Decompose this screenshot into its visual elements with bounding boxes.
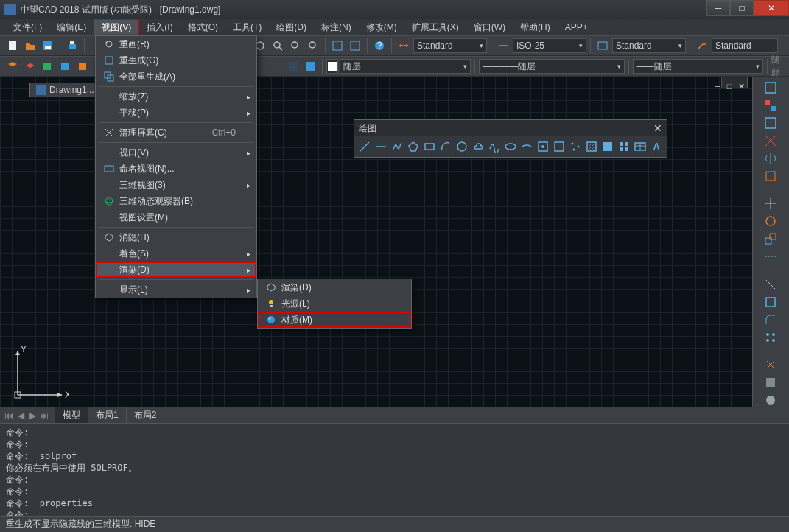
menu-工具[interactable]: 工具(T)	[225, 19, 269, 35]
color-dropdown[interactable]: 随层▾	[340, 59, 471, 74]
region-icon[interactable]	[617, 139, 631, 154]
view-menu-item[interactable]: 渲染(D)	[96, 262, 256, 278]
rtool-move-icon[interactable]	[764, 197, 779, 210]
draw-toolbar[interactable]: 绘图 ✕ A	[354, 119, 667, 158]
color-swatch[interactable]	[326, 59, 338, 74]
layout-tab[interactable]: 模型	[55, 407, 88, 424]
draw-toolbar-close[interactable]: ✕	[653, 122, 662, 134]
rtool-stretch-icon[interactable]	[764, 250, 779, 263]
tablestyle-icon[interactable]	[595, 38, 611, 54]
rtool-extend-icon[interactable]	[764, 295, 779, 309]
draw-toolbar-header[interactable]: 绘图 ✕	[354, 120, 667, 136]
ellipsearc-icon[interactable]	[519, 139, 534, 154]
view-menu-item[interactable]: 消隐(H)	[96, 229, 256, 245]
help-icon[interactable]: ?	[371, 38, 388, 54]
tablestyle-dropdown[interactable]: Standard▾	[612, 38, 686, 53]
prop-icon[interactable]	[285, 58, 301, 74]
rtool-explode-icon[interactable]	[764, 358, 779, 371]
view-menu-item[interactable]: 视口(V)	[96, 144, 256, 161]
rtool-fillet-icon[interactable]	[764, 313, 779, 326]
view-menu-item[interactable]: 视图设置(M)	[96, 209, 256, 225]
menu-标注[interactable]: 标注(N)	[314, 19, 359, 35]
pline-icon[interactable]	[390, 139, 404, 154]
rtool-1-icon[interactable]	[764, 81, 779, 94]
minimize-button[interactable]: ─	[706, 0, 730, 16]
zoom3-icon[interactable]	[305, 38, 321, 54]
layer2-icon[interactable]	[22, 58, 38, 74]
view-menu-item[interactable]: 三维动态观察器(B)	[96, 193, 256, 209]
render-submenu-item[interactable]: 渲染(D)	[258, 279, 411, 295]
rtool-last-icon[interactable]	[764, 393, 779, 407]
spline-icon[interactable]	[487, 139, 502, 154]
table-icon[interactable]	[633, 139, 648, 154]
close-button[interactable]: ✕	[754, 0, 789, 16]
canvas-close-icon[interactable]: ✕	[736, 81, 746, 91]
tab-nav-prev-icon[interactable]: ◀	[15, 410, 27, 421]
mleaderstyle-dropdown[interactable]: Standard	[712, 38, 778, 53]
menu-格式[interactable]: 格式(O)	[180, 19, 225, 35]
rtool-group-icon[interactable]	[764, 376, 779, 389]
zoom-icon[interactable]	[270, 38, 286, 54]
view-menu-item[interactable]: 显示(L)	[96, 281, 256, 298]
render-submenu-item[interactable]: 材质(M)	[258, 312, 411, 328]
menu-编辑[interactable]: 编辑(E)	[49, 19, 94, 35]
menu-扩展工具[interactable]: 扩展工具(X)	[404, 19, 466, 35]
ellipse-icon[interactable]	[503, 139, 518, 154]
open-icon[interactable]	[22, 38, 38, 54]
revcloud-icon[interactable]	[471, 139, 485, 154]
rtool-6-icon[interactable]	[764, 169, 779, 183]
canvas-max-icon[interactable]: □	[724, 81, 734, 91]
menu-文件[interactable]: 文件(F)	[6, 19, 49, 35]
render-submenu-item[interactable]: 光源(L)	[258, 295, 411, 312]
view-menu-item[interactable]: 重画(R)	[96, 36, 256, 52]
linetype-dropdown[interactable]: ———— 随层▾	[479, 59, 624, 74]
dim-icon[interactable]	[495, 38, 511, 54]
menu-修改[interactable]: 修改(M)	[359, 19, 404, 35]
menu-插入[interactable]: 插入(I)	[139, 19, 180, 35]
layer5-icon[interactable]	[74, 58, 91, 74]
menu-窗口[interactable]: 窗口(W)	[466, 19, 513, 35]
circle-icon[interactable]	[455, 139, 469, 154]
view-menu-item[interactable]: 平移(P)	[96, 105, 256, 121]
rtool-2-icon[interactable]	[764, 99, 779, 112]
grid2-icon[interactable]	[347, 38, 363, 54]
polygon-icon[interactable]	[406, 139, 421, 154]
menu-绘图[interactable]: 绘图(D)	[269, 19, 314, 35]
xline-icon[interactable]	[374, 139, 388, 154]
rtool-array-icon[interactable]	[764, 331, 779, 344]
insert-icon[interactable]	[536, 139, 550, 154]
tab-nav-next-icon[interactable]: ▶	[27, 410, 38, 421]
command-window[interactable]: 命令:命令:命令: _solprof你必须在布局中使用 SOLPROF。命令:命…	[0, 423, 789, 516]
print-icon[interactable]	[64, 38, 80, 54]
layout-tab[interactable]: 布局1	[88, 407, 127, 424]
layer4-icon[interactable]	[57, 58, 73, 74]
rtool-mirror-icon[interactable]	[764, 152, 779, 165]
layer-icon[interactable]	[4, 58, 21, 74]
view-menu-item[interactable]: 三维视图(3)	[96, 177, 256, 193]
hatch-icon[interactable]	[584, 139, 599, 154]
dimstyle-icon[interactable]	[396, 38, 412, 54]
rectangle-icon[interactable]	[422, 139, 437, 154]
dimstyle-dropdown[interactable]: ISO-25▾	[513, 38, 586, 53]
save-icon[interactable]	[40, 38, 56, 54]
tab-nav-first-icon[interactable]: ⏮	[3, 410, 15, 421]
view-menu-item[interactable]: 清理屏幕(C)Ctrl+0	[96, 125, 256, 141]
textstyle-dropdown[interactable]: Standard▾	[413, 38, 487, 53]
maximize-button[interactable]: □	[730, 0, 754, 16]
point-icon[interactable]	[568, 139, 583, 154]
rtool-4-icon[interactable]	[764, 134, 779, 147]
rtool-scale-icon[interactable]	[764, 232, 779, 245]
view-menu-item[interactable]: 缩放(Z)	[96, 88, 256, 105]
block-icon[interactable]	[552, 139, 567, 154]
menu-视图[interactable]: 视图(V)	[94, 19, 139, 35]
arc-icon[interactable]	[438, 139, 453, 154]
prop2-icon[interactable]	[303, 58, 319, 74]
rtool-trim-icon[interactable]	[764, 278, 779, 291]
document-tab[interactable]: Drawing1...	[29, 83, 101, 97]
menu-app+[interactable]: APP+	[558, 19, 595, 35]
zoom2-icon[interactable]	[287, 38, 304, 54]
new-icon[interactable]	[4, 38, 21, 54]
view-menu-item[interactable]: 着色(S)	[96, 245, 256, 262]
view-menu-item[interactable]: 全部重生成(A)	[96, 69, 256, 85]
line-icon[interactable]	[357, 139, 372, 154]
